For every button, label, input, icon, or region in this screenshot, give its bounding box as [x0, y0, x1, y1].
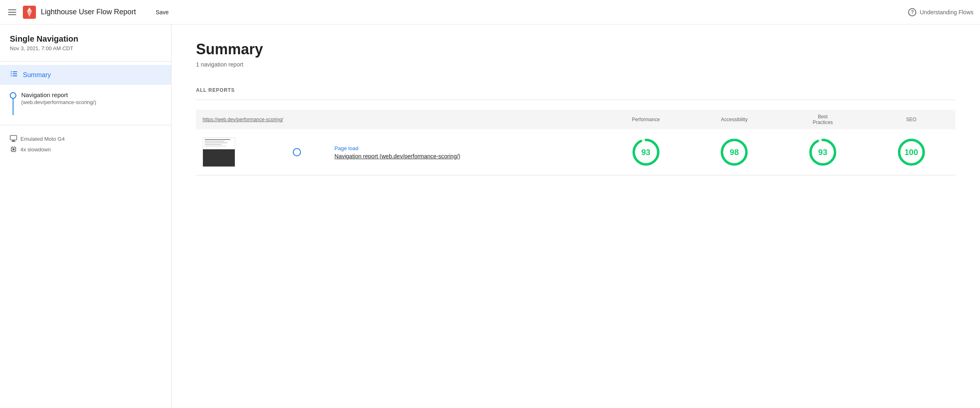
header-accessibility: Accessibility	[690, 110, 779, 129]
thumb-line-1	[205, 139, 230, 140]
svg-rect-5	[11, 73, 12, 74]
summary-title: Summary	[196, 41, 956, 58]
lighthouse-logo	[23, 6, 36, 19]
summary-subtitle: 1 navigation report	[196, 61, 956, 68]
sidebar-divider-2	[0, 125, 171, 125]
score-cell-best-practices: 93	[779, 129, 867, 175]
table-row: Page load Navigation report (web.dev/per…	[196, 129, 956, 175]
understanding-flows-label: Understanding Flows	[920, 9, 973, 16]
sidebar: Single Navigation Nov 3, 2021, 7:00 AM C…	[0, 24, 172, 408]
main-layout: Single Navigation Nov 3, 2021, 7:00 AM C…	[0, 24, 980, 408]
list-icon	[10, 70, 18, 80]
report-link-block: Page load Navigation report (web.dev/per…	[334, 145, 595, 160]
pin-container	[10, 91, 16, 115]
section-divider	[196, 100, 956, 100]
svg-rect-3	[11, 71, 12, 72]
sidebar-report-name: Navigation report	[21, 91, 96, 98]
sidebar-report-url: (web.dev/performance-scoring/)	[21, 99, 96, 105]
nav-circle-icon	[293, 148, 301, 156]
svg-rect-8	[13, 75, 17, 76]
cpu-icon	[10, 146, 17, 153]
svg-rect-9	[10, 135, 17, 140]
sidebar-slowdown-label: 4x slowdown	[20, 146, 51, 153]
sidebar-report-text: Navigation report (web.dev/performance-s…	[21, 91, 96, 105]
score-circle-seo[interactable]: 100	[897, 137, 926, 167]
thumbnail-cell	[196, 129, 286, 175]
score-circle-best-practices[interactable]: 93	[808, 137, 837, 167]
score-cell-accessibility: 98	[690, 129, 779, 175]
report-link-text[interactable]: Navigation report (web.dev/performance-s…	[334, 153, 595, 160]
header-best-practices: BestPractices	[779, 110, 867, 129]
score-text-performance: 93	[641, 148, 650, 157]
sidebar-nav-date: Nov 3, 2021, 7:00 AM CDT	[0, 45, 171, 58]
svg-rect-4	[13, 71, 17, 72]
header-url-link[interactable]: https://web.dev/performance-scoring/	[203, 117, 283, 122]
sidebar-device-item: Emulated Moto G4	[10, 135, 161, 142]
report-type-label: Page load	[334, 145, 595, 151]
thumb-line-3	[205, 142, 227, 143]
svg-rect-6	[13, 73, 17, 74]
sidebar-divider-1	[0, 61, 171, 62]
score-text-accessibility: 98	[730, 148, 739, 157]
main-content: Summary 1 navigation report ALL REPORTS …	[172, 24, 980, 408]
score-circle-performance[interactable]: 93	[631, 137, 661, 167]
all-reports-label: ALL REPORTS	[196, 87, 956, 93]
menu-button[interactable]	[7, 8, 18, 17]
help-icon: ?	[908, 8, 916, 16]
score-cell-performance: 93	[601, 129, 690, 175]
sidebar-item-summary[interactable]: Summary	[0, 65, 171, 85]
sidebar-summary-label: Summary	[23, 71, 51, 79]
app-title: Lighthouse User Flow Report	[41, 8, 136, 16]
score-cell-seo: 100	[867, 129, 956, 175]
report-info-cell: Page load Navigation report (web.dev/per…	[328, 129, 601, 175]
svg-rect-10	[12, 140, 15, 141]
score-circle-accessibility[interactable]: 98	[719, 137, 749, 167]
pin-line	[13, 99, 13, 115]
sidebar-item-report[interactable]: Navigation report (web.dev/performance-s…	[0, 85, 171, 122]
thumb-line-4	[205, 144, 222, 145]
understanding-flows-link[interactable]: ? Understanding Flows	[908, 8, 973, 16]
pin-circle-icon	[10, 92, 16, 99]
app-header: Lighthouse User Flow Report Save ? Under…	[0, 0, 980, 24]
header-url: https://web.dev/performance-scoring/	[196, 110, 601, 129]
sidebar-nav-title: Single Navigation	[0, 34, 171, 45]
score-text-best-practices: 93	[818, 148, 827, 157]
header-left: Lighthouse User Flow Report Save	[7, 6, 174, 19]
sidebar-slowdown-item: 4x slowdown	[10, 146, 161, 153]
thumbnail-bottom	[203, 149, 235, 166]
reports-table-header: https://web.dev/performance-scoring/ Per…	[196, 110, 956, 129]
svg-rect-13	[13, 149, 15, 151]
header-seo: SEO	[867, 110, 956, 129]
monitor-icon	[10, 135, 17, 142]
score-text-seo: 100	[904, 148, 918, 157]
sidebar-device-label: Emulated Moto G4	[20, 136, 65, 142]
thumb-line-5	[205, 146, 226, 146]
report-thumbnail	[203, 137, 235, 167]
svg-rect-11	[11, 141, 16, 142]
svg-rect-7	[11, 75, 12, 76]
thumb-line-2	[205, 141, 225, 142]
thumbnail-top	[203, 138, 235, 149]
save-button[interactable]: Save	[151, 7, 174, 18]
table-header-row: https://web.dev/performance-scoring/ Per…	[196, 110, 956, 129]
reports-table-body: Page load Navigation report (web.dev/per…	[196, 129, 956, 175]
sidebar-device-section: Emulated Moto G4	[0, 129, 171, 160]
header-performance: Performance	[601, 110, 690, 129]
nav-circle-cell	[286, 129, 328, 175]
reports-table: https://web.dev/performance-scoring/ Per…	[196, 110, 956, 175]
